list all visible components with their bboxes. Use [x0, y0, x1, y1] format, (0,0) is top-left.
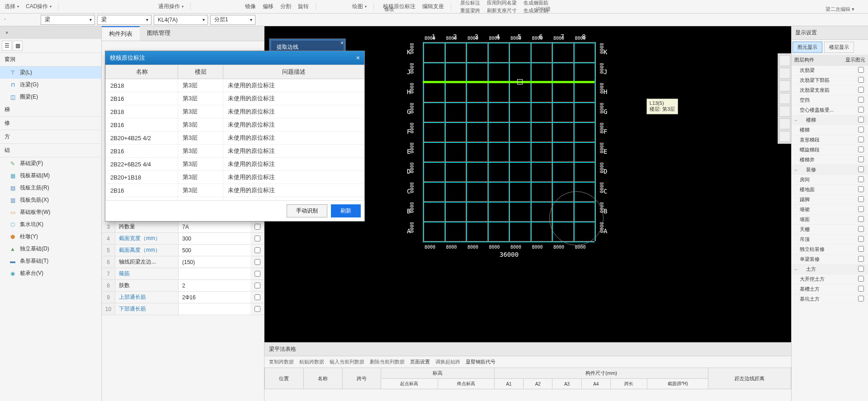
property-row[interactable]: 10 下部通长筋 — [102, 303, 264, 315]
cube-icon[interactable] — [779, 68, 790, 79]
tree-item[interactable]: ▬条形基础(T) — [0, 255, 101, 267]
prop-value[interactable]: 2 — [179, 280, 250, 291]
expand-icon[interactable]: − — [794, 118, 801, 123]
layer-item[interactable]: 吊顶 — [792, 235, 868, 245]
grid-icon[interactable] — [779, 131, 790, 142]
selected-beam[interactable] — [423, 81, 594, 83]
tree-item[interactable]: ◉桩承台(V) — [0, 267, 101, 279]
gen-side-btn[interactable]: 生成侧面筋 — [524, 0, 548, 6]
sidebar-close-icon[interactable]: × — [2, 28, 12, 37]
dialog-row[interactable]: 2B20+4B25 4/2第3层未使用的原位标注 — [106, 132, 364, 145]
layer-checkbox[interactable] — [858, 296, 864, 302]
selector-category[interactable]: 梁 — [41, 15, 95, 25]
prop-checkbox[interactable] — [255, 306, 260, 312]
select-menu[interactable]: 选择▾ — [5, 3, 19, 10]
dialog-close-icon[interactable]: × — [356, 54, 360, 61]
table-header[interactable]: 构件尺寸(mm) — [494, 368, 708, 379]
tree-item[interactable]: ◫圈梁(E) — [0, 91, 101, 103]
bottom-tool-5[interactable]: 调换起始跨 — [435, 359, 460, 365]
prop-value[interactable]: 300 — [179, 233, 250, 244]
bottom-tool-2[interactable]: 输入当前列数据 — [330, 359, 364, 365]
dialog-row[interactable]: 2B18第3层未使用的原位标注 — [106, 79, 364, 92]
property-row[interactable]: 7 箍筋 — [102, 268, 264, 280]
prop-value[interactable]: (150) — [179, 256, 250, 268]
tab-element-display[interactable]: 图元显示 — [793, 42, 822, 53]
manual-recognize-button[interactable]: 手动识别 — [287, 204, 327, 217]
prop-checkbox[interactable] — [255, 247, 260, 253]
table-header[interactable]: 名称 — [303, 368, 342, 389]
property-row[interactable]: 4 截面宽度（mm） 300 — [102, 233, 264, 245]
layer-checkbox[interactable] — [858, 107, 864, 113]
dialog-row[interactable]: 2B16第3层未使用的原位标注 — [106, 118, 364, 132]
tree-item[interactable]: ▲独立基础(D) — [0, 243, 101, 255]
layer-checkbox[interactable] — [858, 87, 864, 93]
layer-checkbox[interactable] — [858, 166, 864, 172]
tree-item[interactable]: ▭基础板带(W) — [0, 206, 101, 218]
retarget-btn[interactable]: 重提梁跨 — [460, 7, 480, 14]
prop-checkbox[interactable] — [255, 236, 260, 241]
tree-item[interactable]: ✎基础梁(F) — [0, 157, 101, 170]
property-row[interactable]: 9 上部通长筋 2Φ16 — [102, 292, 264, 303]
layer-checkbox[interactable] — [858, 97, 864, 103]
layer-item[interactable]: 螺旋梯段 — [792, 145, 868, 155]
dialog-row[interactable]: 2B20+1B18第3层未使用的原位标注 — [106, 171, 364, 184]
expand-icon[interactable]: − — [794, 167, 801, 173]
layer-checkbox[interactable] — [858, 226, 864, 232]
selector-layer[interactable]: 分层1 — [210, 15, 255, 25]
layer-item[interactable]: 空心楼盖板受... — [792, 105, 868, 115]
bottom-tool-6[interactable]: 显臂钢筋代号 — [466, 359, 495, 365]
tab-components[interactable]: 构件列表 — [102, 26, 140, 41]
table-header[interactable]: 跨号 — [342, 368, 381, 389]
bottom-tool-4[interactable]: 页面设置 — [410, 359, 430, 365]
layer-item[interactable]: 大开挖土方 — [792, 274, 868, 284]
selector-member[interactable]: KL4(7A) — [154, 15, 208, 25]
list-view-icon[interactable]: ☰ — [2, 41, 12, 51]
prop-checkbox[interactable] — [255, 283, 260, 288]
tab-floor-display[interactable]: 楼层显示 — [824, 42, 854, 53]
tree-item[interactable]: ▥筏板负筋(X) — [0, 194, 101, 206]
layer-item[interactable]: 天棚 — [792, 225, 868, 235]
prop-value[interactable]: 500 — [179, 245, 250, 256]
dialog-header-cell[interactable]: 楼层 — [178, 65, 223, 79]
layer-checkbox[interactable] — [858, 276, 864, 282]
prop-checkbox[interactable] — [255, 294, 260, 300]
cad-menu[interactable]: CAD操作▾ — [26, 3, 52, 10]
layer-group[interactable]: −装修 — [792, 165, 868, 175]
layer-item[interactable]: 独立柱装修 — [792, 245, 868, 255]
layer-item[interactable]: 楼梯 — [792, 125, 868, 135]
tree-item[interactable]: ⊓连梁(G) — [0, 79, 101, 91]
layer-checkbox[interactable] — [858, 206, 864, 212]
layer-group[interactable]: −土方 — [792, 264, 868, 274]
prop-checkbox[interactable] — [255, 271, 260, 277]
prior-btn[interactable]: 原位标注 — [460, 0, 480, 6]
layer-checkbox[interactable] — [858, 196, 864, 202]
dialog-row[interactable]: 4B25第3层未使用的原位标注 — [106, 197, 364, 201]
tree-item[interactable]: ⊤梁(L) — [0, 66, 101, 79]
layer-item[interactable]: 墙面 — [792, 215, 868, 225]
layer-checkbox[interactable] — [858, 286, 864, 292]
rotate-icon[interactable] — [779, 93, 790, 104]
prop-value[interactable]: 2Φ16 — [179, 292, 250, 303]
common-menu[interactable]: 通用操作▾ — [158, 3, 184, 10]
apply-same-btn[interactable]: 应用到同名梁 — [487, 0, 517, 6]
undo-icon[interactable] — [779, 106, 790, 117]
layer-item[interactable]: 次肋梁 — [792, 66, 868, 75]
layer-checkbox[interactable] — [858, 67, 864, 73]
layer-item[interactable]: 直形梯段 — [792, 135, 868, 145]
layer-checkbox[interactable] — [858, 256, 864, 262]
layer-checkbox[interactable] — [858, 266, 864, 272]
table-header[interactable]: 标高 — [381, 368, 495, 379]
layer-item[interactable]: 房间 — [792, 175, 868, 185]
tab-drawings[interactable]: 图纸管理 — [140, 26, 178, 41]
layer-item[interactable]: 楼地面 — [792, 185, 868, 195]
layer-item[interactable]: 基坑土方 — [792, 294, 868, 304]
dialog-row[interactable]: 2B16第3层未使用的原位标注 — [106, 184, 364, 197]
offset-btn[interactable]: 偏移 — [263, 3, 274, 10]
layer-item[interactable]: 楼梯井 — [792, 155, 868, 165]
draw-menu[interactable]: 绘图▾ — [352, 3, 367, 10]
layer-checkbox[interactable] — [858, 137, 864, 142]
layer-item[interactable]: 基槽土方 — [792, 284, 868, 294]
layer-item[interactable]: 单梁装修 — [792, 255, 868, 264]
bottom-tool-3[interactable]: 删除当前列数据 — [370, 359, 405, 365]
layer-checkbox[interactable] — [858, 117, 864, 123]
